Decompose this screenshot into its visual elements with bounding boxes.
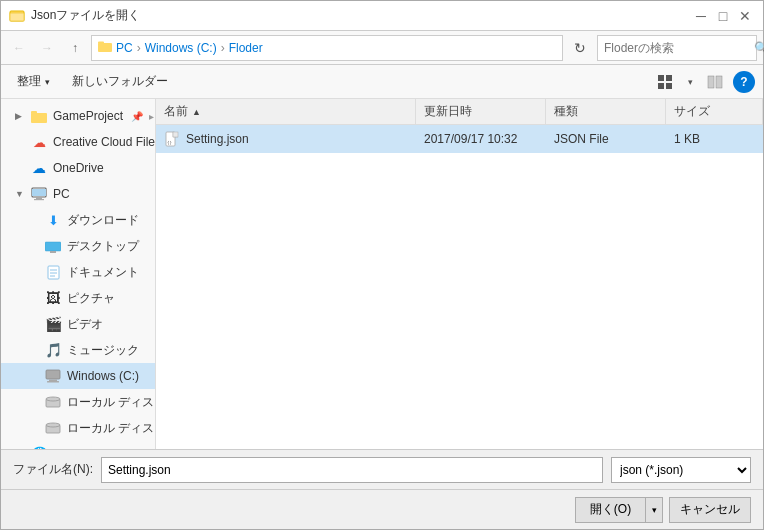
svg-rect-11	[31, 111, 37, 114]
sidebar-item-creative-cloud[interactable]: ☁ Creative Cloud File	[1, 129, 155, 155]
open-dropdown-button[interactable]: ▾	[645, 497, 663, 523]
file-list: {} Setting.json 2017/09/17 10:32 JSON Fi…	[156, 125, 763, 449]
path-floder[interactable]: Floder	[229, 41, 263, 55]
sidebar-item-video[interactable]: 🎬 ビデオ	[1, 311, 155, 337]
svg-rect-1	[10, 13, 24, 21]
filename-bar: ファイル名(N): json (*.json) All Files (*.*)	[1, 449, 763, 489]
expand-arrow-gameproject: ▶	[15, 111, 25, 121]
sidebar-item-local-d[interactable]: ローカル ディスク (I:	[1, 389, 155, 415]
svg-point-26	[46, 397, 60, 401]
sidebar-item-gameproject[interactable]: ▶ GameProject 📌 ▸	[1, 103, 155, 129]
svg-rect-10	[31, 113, 47, 123]
sidebar-label-pictures: ピクチャ	[67, 290, 115, 307]
open-dropdown-arrow: ▾	[652, 505, 657, 515]
sidebar-label-creative: Creative Cloud File	[53, 135, 155, 149]
path-folder-icon	[98, 40, 112, 55]
file-size-cell: 1 KB	[666, 125, 763, 153]
sidebar-item-windows-c[interactable]: Windows (C:)	[1, 363, 155, 389]
open-button[interactable]: 開く(O)	[575, 497, 645, 523]
sidebar-item-onedrive[interactable]: ☁ OneDrive	[1, 155, 155, 181]
search-icon[interactable]: 🔍	[754, 41, 764, 55]
file-header: 名前 ▲ 更新日時 種類 サイズ	[156, 99, 763, 125]
header-name[interactable]: 名前 ▲	[156, 99, 416, 124]
music-icon: 🎵	[45, 342, 61, 358]
svg-rect-9	[716, 76, 722, 88]
sidebar-label-local-x: ローカル ディスク (X	[67, 420, 155, 437]
view-chevron-button[interactable]: ▾	[683, 69, 697, 95]
window-icon	[9, 8, 25, 24]
svg-rect-2	[98, 43, 112, 52]
organize-button[interactable]: 整理 ▾	[9, 69, 58, 95]
sidebar-label-documents: ドキュメント	[67, 264, 139, 281]
window-controls: ─ □ ✕	[691, 6, 755, 26]
pictures-icon: 🖼	[45, 290, 61, 306]
filename-input[interactable]	[101, 457, 603, 483]
file-pane: 名前 ▲ 更新日時 種類 サイズ	[156, 99, 763, 449]
window-title: Jsonファイルを開く	[31, 7, 691, 24]
sidebar-item-pc[interactable]: ▼ PC	[1, 181, 155, 207]
svg-rect-6	[658, 83, 664, 89]
svg-rect-5	[666, 75, 672, 81]
json-file-icon: {}	[164, 131, 180, 147]
button-row: 開く(O) ▾ キャンセル	[1, 489, 763, 529]
filetype-select[interactable]: json (*.json) All Files (*.*)	[611, 457, 751, 483]
video-icon: 🎬	[45, 316, 61, 332]
close-button[interactable]: ✕	[735, 6, 755, 26]
sidebar-label-windows-c: Windows (C:)	[67, 369, 139, 383]
cancel-button[interactable]: キャンセル	[669, 497, 751, 523]
gameproject-expand: ▸	[149, 111, 154, 122]
title-bar: Jsonファイルを開く ─ □ ✕	[1, 1, 763, 31]
header-name-label: 名前	[164, 103, 188, 120]
header-date[interactable]: 更新日時	[416, 99, 546, 124]
header-date-label: 更新日時	[424, 103, 472, 120]
filename-label: ファイル名(N):	[13, 461, 93, 478]
svg-rect-7	[666, 83, 672, 89]
svg-rect-23	[49, 380, 57, 382]
path-pc[interactable]: PC	[116, 41, 133, 55]
minimize-button[interactable]: ─	[691, 6, 711, 26]
address-path[interactable]: PC › Windows (C:) › Floder	[91, 35, 563, 61]
details-pane-button[interactable]	[701, 69, 729, 95]
sidebar-item-documents[interactable]: ドキュメント	[1, 259, 155, 285]
sidebar-item-network[interactable]: ▶ 🌐 ネットワーク	[1, 441, 155, 449]
maximize-button[interactable]: □	[713, 6, 733, 26]
svg-text:{}: {}	[167, 140, 172, 145]
new-folder-label: 新しいフォルダー	[72, 73, 168, 90]
up-button[interactable]: ↑	[63, 36, 87, 60]
header-type[interactable]: 種類	[546, 99, 666, 124]
back-button[interactable]: ←	[7, 36, 31, 60]
organize-chevron: ▾	[45, 77, 50, 87]
sidebar: ▶ GameProject 📌 ▸ ☁ Creative Cloud File …	[1, 99, 156, 449]
onedrive-icon: ☁	[31, 160, 47, 176]
sidebar-item-music[interactable]: 🎵 ミュージック	[1, 337, 155, 363]
file-date-cell: 2017/09/17 10:32	[416, 125, 546, 153]
file-date: 2017/09/17 10:32	[424, 132, 517, 146]
file-size: 1 KB	[674, 132, 700, 146]
table-row[interactable]: {} Setting.json 2017/09/17 10:32 JSON Fi…	[156, 125, 763, 153]
file-type: JSON File	[554, 132, 609, 146]
refresh-button[interactable]: ↻	[567, 35, 593, 61]
toolbar-right: ▾ ?	[651, 69, 755, 95]
header-size[interactable]: サイズ	[666, 99, 763, 124]
svg-rect-4	[658, 75, 664, 81]
sidebar-item-desktop[interactable]: デスクトップ	[1, 233, 155, 259]
expand-arrow-pc: ▼	[15, 189, 25, 199]
svg-rect-3	[98, 42, 104, 45]
path-windows[interactable]: Windows (C:)	[145, 41, 217, 55]
new-folder-button[interactable]: 新しいフォルダー	[64, 69, 176, 95]
forward-button[interactable]: →	[35, 36, 59, 60]
open-label: 開く(O)	[590, 501, 631, 518]
sidebar-item-local-x[interactable]: ローカル ディスク (X	[1, 415, 155, 441]
search-box[interactable]: 🔍	[597, 35, 757, 61]
main-content: ▶ GameProject 📌 ▸ ☁ Creative Cloud File …	[1, 99, 763, 449]
address-bar: ← → ↑ PC › Windows (C:) › Floder ↻ 🔍	[1, 31, 763, 65]
svg-rect-22	[46, 370, 60, 379]
view-toggle-button[interactable]	[651, 69, 679, 95]
sidebar-label-onedrive: OneDrive	[53, 161, 104, 175]
documents-icon	[45, 264, 61, 280]
sidebar-item-download[interactable]: ⬇ ダウンロード	[1, 207, 155, 233]
svg-rect-8	[708, 76, 714, 88]
help-button[interactable]: ?	[733, 71, 755, 93]
sidebar-item-pictures[interactable]: 🖼 ピクチャ	[1, 285, 155, 311]
search-input[interactable]	[604, 41, 754, 55]
